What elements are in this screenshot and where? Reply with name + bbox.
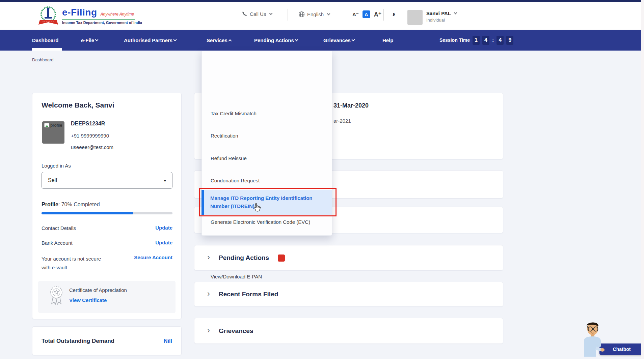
broken-image-indicator: profile [44, 123, 62, 128]
menu-item-view-download-epan[interactable]: View/Download E-PAN [211, 273, 322, 280]
active-nav-underline [32, 48, 62, 51]
chevron-down-icon [269, 12, 273, 15]
phone-number: +91 9999999990 [71, 133, 109, 139]
outstanding-demand-value-link[interactable]: Nill [0, 338, 172, 344]
header-divider [345, 9, 345, 21]
call-us-label: Call Us [250, 11, 266, 17]
chevron-down-icon [173, 38, 177, 41]
nav-item-authorised-partners[interactable]: Authorised Partners [124, 30, 176, 51]
update-bank-link[interactable]: Update [0, 240, 172, 245]
menu-item-rectification[interactable]: Rectification [211, 132, 322, 139]
brand-subtitle: Income Tax Department, Government of Ind… [62, 21, 142, 25]
nav-item-dashboard[interactable]: Dashboard [32, 30, 58, 51]
session-timer: Session Time 1 4 : 4 9 [439, 30, 513, 51]
user-type: Individual [426, 18, 457, 23]
nav-label: Grievances [323, 37, 351, 43]
accordion-title: Grievances [219, 327, 253, 335]
menu-item-generate-evc[interactable]: Generate Electronic Verification Code (E… [211, 219, 322, 226]
chevron-right-icon: › [207, 290, 210, 298]
accordion-title: Recent Forms Filed [219, 291, 278, 298]
accordion-recent-forms-filed[interactable]: › Recent Forms Filed [194, 282, 503, 307]
brand-block: e-Filing Anywhere Anytime Income Tax Dep… [62, 7, 142, 25]
contrast-toggle-icon[interactable]: ◑ [391, 10, 395, 19]
nav-item-help[interactable]: Help [382, 30, 394, 51]
scrollbar[interactable] [641, 0, 644, 359]
profile-label: Profile [42, 202, 58, 207]
certificate-title: Certificate of Appreciation [69, 287, 127, 293]
font-increase-button[interactable]: A⁺ [374, 11, 382, 18]
session-digit: 1 [473, 36, 480, 45]
session-digit: 9 [506, 36, 513, 45]
nav-label: Authorised Partners [124, 37, 172, 43]
breadcrumb[interactable]: Dashboard [32, 57, 54, 62]
chevron-down-icon [327, 12, 330, 16]
language-menu[interactable]: English [298, 11, 330, 18]
brand-tagline: Anywhere Anytime [101, 12, 134, 17]
nav-item-efile[interactable]: e-File [81, 30, 98, 51]
menu-item-condonation-request[interactable]: Condonation Request [211, 177, 322, 184]
chevron-down-icon [95, 38, 99, 41]
role-selected-value: Self [48, 177, 57, 183]
main-navigation: Dashboard e-File Authorised Partners Ser… [0, 30, 644, 51]
chevron-down-icon [295, 38, 298, 41]
profile-progress-bar [42, 212, 172, 214]
header: e-Filing Anywhere Anytime Income Tax Dep… [0, 2, 644, 30]
secure-account-link[interactable]: Secure Account [0, 255, 172, 260]
efiling-portal-screen: e-Filing Anywhere Anytime Income Tax Dep… [0, 0, 644, 359]
nav-label: e-File [81, 37, 94, 43]
phone-icon [242, 11, 247, 17]
pending-count-badge [278, 255, 285, 262]
menu-item-manage-itdrein-label: Manage ITD Reporting Entity Identificati… [210, 194, 323, 210]
hand-cursor-icon [252, 202, 263, 214]
nav-label: Pending Actions [254, 37, 294, 43]
font-size-controls: A⁻ A A⁺ [352, 10, 381, 18]
font-decrease-button[interactable]: A⁻ [352, 11, 359, 18]
pan-number: DEEPS1234R [71, 121, 105, 127]
broken-image-icon [44, 123, 49, 127]
view-certificate-link[interactable]: View Certificate [69, 297, 107, 303]
welcome-heading: Welcome Back, Sanvi [42, 101, 114, 109]
accordion-grievances[interactable]: › Grievances [194, 318, 503, 344]
chevron-up-icon [228, 39, 232, 42]
chevron-down-icon [454, 11, 457, 14]
profile-progress-fill [42, 212, 133, 214]
accordion-title: Pending Actions [219, 254, 269, 262]
call-us-menu[interactable]: Call Us [242, 11, 272, 17]
update-contact-link[interactable]: Update [0, 225, 172, 231]
profile-image-alt-text: profile [50, 123, 62, 128]
session-digit: 4 [482, 36, 489, 45]
nav-item-services[interactable]: Services [207, 30, 231, 51]
nav-label: Services [207, 37, 227, 43]
nav-label: Dashboard [32, 37, 58, 43]
user-name: Sanvi PAL [426, 10, 451, 16]
profile-completion-value: : 70% Completed [58, 202, 100, 207]
chatbot-mascot-illustration[interactable] [577, 319, 610, 357]
menu-item-tax-credit-mismatch[interactable]: Tax Credit Mismatch [211, 110, 322, 117]
session-colon: : [492, 37, 494, 43]
chatbot-label: Chatbot [613, 347, 631, 352]
nav-label: Help [382, 37, 394, 43]
email-address: useeeer@test.com [71, 144, 113, 150]
nav-item-pending-actions[interactable]: Pending Actions [254, 30, 298, 51]
avatar[interactable] [407, 10, 423, 25]
filing-date-text: 31-Mar-2020 [333, 102, 369, 109]
session-digit: 4 [497, 36, 504, 45]
role-select-dropdown[interactable]: Self ▾ [42, 172, 172, 189]
header-divider [383, 9, 384, 21]
header-divider [288, 9, 288, 21]
menu-item-refund-reissue[interactable]: Refund Reissue [211, 155, 322, 162]
nav-item-grievances[interactable]: Grievances [323, 30, 354, 51]
menu-item-manage-itdrein-highlighted[interactable]: Manage ITD Reporting Entity Identificati… [202, 190, 332, 215]
chevron-down-icon [351, 38, 355, 41]
medal-icon [48, 285, 64, 306]
font-normal-button[interactable]: A [363, 10, 370, 18]
logged-in-as-label: Logged in As [42, 163, 71, 169]
language-label: English [307, 11, 324, 17]
accordion-pending-actions[interactable]: › Pending Actions [194, 245, 503, 271]
filing-date-secondary-text: ar-2021 [333, 118, 351, 124]
session-time-label: Session Time [439, 37, 470, 43]
user-block[interactable]: Sanvi PAL Individual [426, 10, 457, 23]
brand-divider [62, 19, 135, 20]
income-tax-emblem-logo [38, 5, 59, 27]
highlight-left-bar [202, 190, 204, 215]
